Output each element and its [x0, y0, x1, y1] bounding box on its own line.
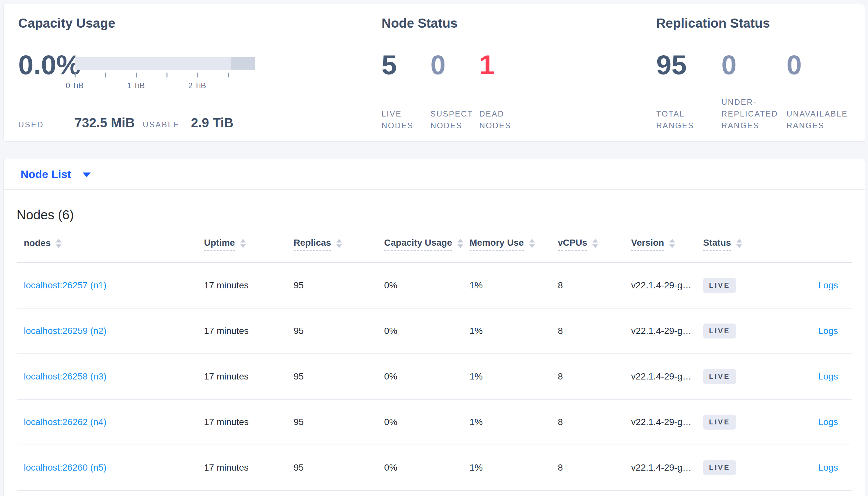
version-cell: v22.1.4-29-g… [631, 280, 703, 291]
capacity-usage-title: Capacity Usage [18, 15, 115, 31]
memory-use-cell: 1% [469, 280, 558, 291]
sort-icon[interactable] [592, 239, 598, 248]
chevron-down-icon [83, 172, 91, 177]
stat-label: UNDER-REPLICATED RANGES [721, 96, 784, 131]
vcpus-cell: 8 [558, 326, 631, 336]
column-header[interactable]: Status [703, 237, 784, 251]
column-header-label: Replicas [294, 237, 331, 251]
stat-column: 0 UNAVAILABLE RANGES [787, 4, 849, 141]
axis-tick [75, 73, 76, 77]
sort-icon[interactable] [669, 239, 675, 248]
memory-use-cell: 1% [469, 326, 558, 336]
vcpus-cell: 8 [558, 280, 631, 291]
column-header-label: nodes [24, 238, 50, 250]
nodes-title: Nodes (6) [17, 207, 852, 222]
node-link[interactable]: localhost:26258 (n3) [24, 371, 107, 382]
replicas-cell: 95 [294, 463, 384, 473]
stat-value: 0 [787, 50, 802, 80]
version-cell: v22.1.4-29-g… [631, 371, 703, 382]
node-address-cell: localhost:26259 (n2) [17, 326, 204, 336]
sort-icon[interactable] [736, 239, 742, 248]
usable-value: 2.9 TiB [191, 115, 233, 130]
column-header-label: vCPUs [558, 237, 587, 251]
capacity-usage-cell: 0% [384, 463, 469, 473]
replicas-cell: 95 [294, 280, 384, 291]
status-badge: LIVE [703, 369, 736, 384]
stat-label: SUSPECT NODES [430, 108, 479, 131]
nodes-table-body: localhost:26257 (n1) 17 minutes 95 0% 1%… [17, 263, 852, 491]
column-header[interactable]: Memory Use [469, 237, 558, 251]
stat-value: 95 [656, 50, 687, 80]
column-header[interactable]: Version [631, 237, 703, 251]
axis-tick [166, 73, 167, 77]
stat-column: 1 DEAD NODES [479, 4, 528, 141]
sort-icon[interactable] [458, 239, 463, 248]
stat-value: 5 [381, 50, 397, 80]
node-address-cell: localhost:26262 (n4) [17, 417, 204, 427]
status-badge: LIVE [703, 278, 736, 293]
node-link[interactable]: localhost:26259 (n2) [24, 326, 107, 336]
vcpus-cell: 8 [558, 371, 631, 382]
view-selector-dropdown[interactable]: Node List [4, 159, 865, 190]
status-badge: LIVE [703, 324, 736, 339]
logs-link[interactable]: Logs [818, 371, 838, 382]
replicas-cell: 95 [294, 417, 384, 427]
column-header-label: Uptime [204, 237, 235, 251]
stat-column: 0 UNDER-REPLICATED RANGES [721, 4, 784, 141]
version-cell: v22.1.4-29-g… [631, 326, 703, 336]
column-header-label: Status [703, 237, 731, 251]
axis-tick [197, 73, 198, 77]
sort-icon[interactable] [56, 239, 62, 248]
logs-link[interactable]: Logs [818, 417, 838, 427]
logs-cell: Logs [784, 417, 852, 427]
stat-value: 1 [479, 50, 495, 80]
uptime-cell: 17 minutes [204, 371, 294, 382]
node-row: localhost:26258 (n3) 17 minutes 95 0% 1%… [17, 354, 852, 400]
uptime-cell: 17 minutes [204, 280, 294, 291]
nodes-table-header: nodes Uptime Replicas Capacity Usage Mem… [17, 237, 852, 263]
sort-icon[interactable] [529, 239, 535, 248]
stat-label: UNAVAILABLE RANGES [787, 108, 849, 131]
node-link[interactable]: localhost:26257 (n1) [24, 280, 107, 290]
capacity-bar-other-segment [231, 57, 255, 69]
uptime-cell: 17 minutes [204, 417, 294, 427]
stat-column: 95 TOTAL RANGES [656, 4, 719, 141]
logs-link[interactable]: Logs [818, 463, 838, 472]
status-cell: LIVE [703, 369, 784, 384]
sort-icon[interactable] [240, 239, 246, 248]
column-header[interactable]: Uptime [204, 237, 294, 251]
status-badge: LIVE [703, 460, 736, 475]
stat-column: 0 SUSPECT NODES [430, 4, 479, 141]
status-badge: LIVE [703, 415, 736, 430]
column-header[interactable]: vCPUs [558, 237, 631, 251]
axis-tick [136, 73, 137, 77]
sort-icon[interactable] [336, 239, 342, 248]
used-value: 732.5 MiB [75, 115, 135, 130]
node-link[interactable]: localhost:26262 (n4) [24, 417, 107, 427]
stat-value: 0 [721, 50, 737, 80]
memory-use-cell: 1% [469, 371, 558, 382]
column-header-label: Version [631, 237, 664, 251]
logs-cell: Logs [784, 371, 852, 382]
column-header[interactable]: nodes [17, 237, 204, 251]
column-header[interactable]: Replicas [294, 237, 384, 251]
logs-cell: Logs [784, 280, 852, 291]
memory-use-cell: 1% [469, 463, 558, 473]
capacity-axis: 0 TiB1 TiB2 TiB [75, 73, 270, 95]
node-address-cell: localhost:26258 (n3) [17, 371, 204, 382]
node-list-card: Node List Nodes (6) nodes Uptime Replica… [3, 159, 865, 496]
axis-tick-label: 0 TiB [57, 81, 92, 90]
stat-value: 0 [430, 50, 446, 80]
node-row: localhost:26260 (n5) 17 minutes 95 0% 1%… [17, 445, 852, 491]
stat-label: LIVE NODES [381, 108, 430, 131]
logs-link[interactable]: Logs [818, 280, 838, 290]
node-row: localhost:26257 (n1) 17 minutes 95 0% 1%… [17, 263, 852, 309]
node-link[interactable]: localhost:26260 (n5) [24, 463, 107, 472]
status-cell: LIVE [703, 460, 784, 475]
axis-tick [105, 73, 106, 77]
nodes-section: Nodes (6) nodes Uptime Replicas Capacity… [4, 207, 865, 491]
logs-cell: Logs [784, 463, 852, 473]
logs-link[interactable]: Logs [818, 326, 838, 336]
column-header[interactable]: Capacity Usage [384, 237, 469, 251]
usable-label: USABLE [143, 120, 180, 129]
